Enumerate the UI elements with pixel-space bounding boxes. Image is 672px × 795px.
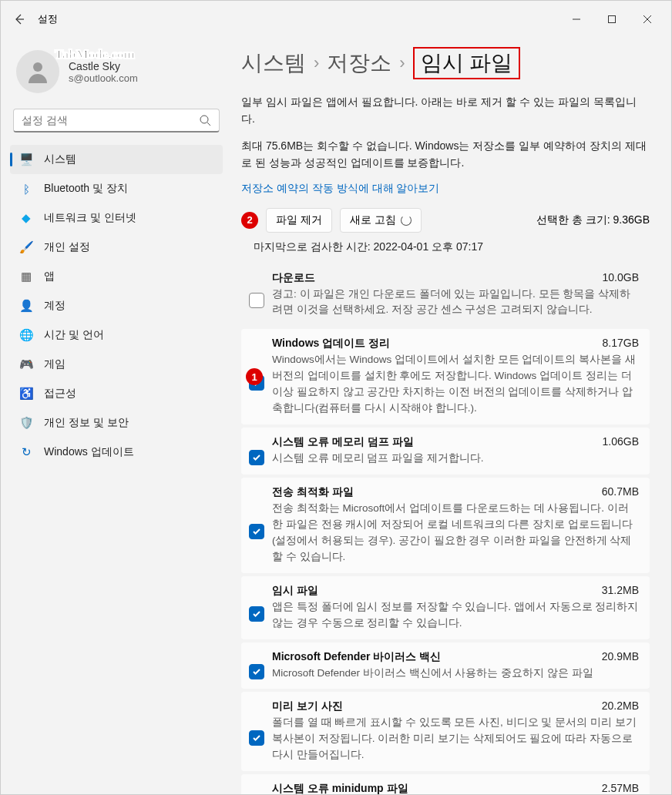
svg-line-6 — [207, 122, 210, 126]
back-button[interactable] — [7, 7, 32, 32]
file-size: 31.2MB — [602, 584, 639, 596]
nav-label: 개인 설정 — [44, 240, 90, 254]
learn-more-link[interactable]: 저장소 예약의 작동 방식에 대해 알아보기 — [241, 182, 439, 196]
file-checkbox[interactable] — [249, 524, 264, 539]
file-title: 다운로드 — [272, 271, 315, 285]
file-title: 시스템 오류 minidump 파일 — [272, 782, 408, 794]
file-item: 시스템 오류 minidump 파일2.57MB시스템 오류 minidump … — [241, 774, 650, 794]
titlebar: 설정 — [1, 1, 671, 38]
nav-icon: 🎮 — [19, 357, 33, 371]
nav-icon: ♿ — [19, 387, 33, 401]
file-title: 미리 보기 사진 — [272, 699, 343, 713]
nav-icon: 🌐 — [19, 328, 33, 342]
file-title: 시스템 오류 메모리 덤프 파일 — [272, 435, 414, 449]
file-size: 20.2MB — [602, 699, 639, 712]
file-size: 1.06GB — [603, 435, 639, 448]
file-item: 미리 보기 사진20.2MB폴더를 열 때 빠르게 표시할 수 있도록 모든 사… — [241, 692, 650, 771]
search-box[interactable] — [13, 109, 220, 132]
file-item: 시스템 오류 메모리 덤프 파일1.06GB시스템 오류 메모리 덤프 파일을 … — [241, 428, 650, 475]
file-checkbox[interactable] — [249, 293, 264, 308]
nav-icon: 🖌️ — [19, 240, 33, 254]
file-title: 전송 최적화 파일 — [272, 485, 354, 499]
file-size: 60.7MB — [602, 485, 639, 498]
nav-label: 게임 — [44, 357, 66, 371]
nav-icon: 🖥️ — [19, 153, 33, 166]
chevron-right-icon: › — [314, 53, 319, 73]
refresh-button[interactable]: 새로 고침 — [340, 208, 422, 233]
search-icon — [199, 114, 211, 126]
sidebar-item[interactable]: 👤계정 — [10, 291, 223, 320]
nav-label: 시간 및 언어 — [44, 328, 104, 342]
file-item: 다운로드10.0GB경고: 이 파일은 개인 다운로드 폴더에 있는 파일입니다… — [241, 263, 650, 327]
description-1: 일부 임시 파일은 앱에서 필요합니다. 아래는 바로 제거 할 수 있는 파일… — [241, 93, 650, 128]
nav-list: 🖥️시스템ᛒBluetooth 및 장치◆네트워크 및 인터넷🖌️개인 설정▦앱… — [10, 145, 223, 467]
nav-label: 앱 — [44, 270, 55, 283]
breadcrumb-storage[interactable]: 저장소 — [327, 49, 391, 78]
file-checkbox[interactable] — [249, 730, 264, 746]
close-button[interactable] — [630, 7, 665, 32]
file-description: 앱은 특정 폴더에 임시 정보를 저장할 수 있습니다. 앱에서 자동으로 정리… — [272, 599, 639, 632]
nav-label: Bluetooth 및 장치 — [44, 182, 128, 196]
profile[interactable]: Castle Sky s@outlook.com TabMode.com — [10, 44, 223, 99]
remove-files-button[interactable]: 파일 제거 — [266, 208, 332, 233]
app-title: 설정 — [38, 12, 58, 26]
action-row: 2 파일 제거 새로 고침 선택한 총 크기: 9.36GB — [241, 208, 650, 233]
avatar — [16, 50, 59, 93]
file-item: Microsoft Defender 바이러스 백신20.9MBMicrosof… — [241, 642, 650, 689]
file-size: 20.9MB — [602, 650, 639, 662]
nav-icon: 🛡️ — [19, 416, 33, 430]
sidebar-item[interactable]: ◆네트워크 및 인터넷 — [10, 203, 223, 233]
nav-label: 개인 정보 및 보안 — [44, 416, 129, 430]
breadcrumb-system[interactable]: 시스템 — [241, 49, 306, 78]
file-item: 1Windows 업데이트 정리8.17GBWindows에서는 Windows… — [241, 329, 650, 424]
sidebar-item[interactable]: ▦앱 — [10, 262, 223, 291]
close-icon — [643, 15, 652, 24]
chevron-right-icon: › — [399, 53, 405, 73]
svg-point-4 — [33, 62, 42, 72]
breadcrumb-current: 임시 파일 — [413, 47, 521, 79]
file-size: 2.57MB — [602, 782, 639, 794]
nav-icon: ᛒ — [19, 182, 33, 196]
svg-rect-1 — [609, 16, 616, 23]
sidebar-item[interactable]: ᛒBluetooth 및 장치 — [10, 174, 223, 203]
nav-icon: ↻ — [19, 445, 33, 459]
sidebar: Castle Sky s@outlook.com TabMode.com 🖥️시… — [1, 38, 232, 794]
file-list: 다운로드10.0GB경고: 이 파일은 개인 다운로드 폴더에 있는 파일입니다… — [241, 263, 650, 794]
file-description: 경고: 이 파일은 개인 다운로드 폴더에 있는 파일입니다. 모든 항목을 삭… — [272, 287, 639, 319]
maximize-button[interactable] — [594, 7, 630, 32]
file-description: 폴더를 열 때 빠르게 표시할 수 있도록 모든 사진, 비디오 및 문서의 미… — [272, 715, 639, 763]
sidebar-item[interactable]: 🖥️시스템 — [10, 145, 223, 174]
description-2: 최대 75.6MB는 회수할 수 없습니다. Windows는 저장소를 일부 … — [241, 137, 650, 172]
file-description: Windows에서는 Windows 업데이트에서 설치한 모든 업데이트의 복… — [272, 352, 639, 417]
nav-icon: ◆ — [19, 211, 33, 225]
nav-label: 접근성 — [44, 387, 76, 401]
annotation-badge-2: 2 — [241, 212, 258, 229]
file-checkbox[interactable] — [249, 450, 264, 465]
file-size: 8.17GB — [603, 337, 639, 349]
sidebar-item[interactable]: 🌐시간 및 언어 — [10, 320, 223, 350]
sidebar-item[interactable]: ♿접근성 — [10, 379, 223, 408]
search-input[interactable] — [22, 114, 199, 126]
file-size: 10.0GB — [603, 271, 639, 283]
nav-label: 네트워크 및 인터넷 — [44, 211, 136, 225]
main-content: 시스템 › 저장소 › 임시 파일 일부 임시 파일은 앱에서 필요합니다. 아… — [232, 38, 671, 794]
nav-label: 시스템 — [44, 153, 76, 166]
last-scan-time: 마지막으로 검사한 시간: 2022-04-01 오후 07:17 — [254, 240, 650, 254]
minimize-icon — [572, 15, 581, 24]
nav-icon: ▦ — [19, 270, 33, 283]
file-item: 임시 파일31.2MB앱은 특정 폴더에 임시 정보를 저장할 수 있습니다. … — [241, 576, 650, 639]
sidebar-item[interactable]: 🛡️개인 정보 및 보안 — [10, 408, 223, 438]
file-item: 전송 최적화 파일60.7MB전송 최적화는 Microsoft에서 업데이트를… — [241, 478, 650, 573]
person-icon — [24, 58, 52, 86]
file-title: Windows 업데이트 정리 — [272, 337, 390, 351]
refresh-icon — [401, 215, 412, 226]
file-checkbox[interactable] — [249, 606, 264, 622]
sidebar-item[interactable]: ↻Windows 업데이트 — [10, 438, 223, 467]
file-checkbox[interactable] — [249, 664, 264, 679]
profile-email: s@outlook.com — [69, 72, 138, 84]
minimize-button[interactable] — [559, 7, 594, 32]
file-description: 시스템 오류 메모리 덤프 파일을 제거합니다. — [272, 451, 639, 467]
sidebar-item[interactable]: 🖌️개인 설정 — [10, 233, 223, 262]
sidebar-item[interactable]: 🎮게임 — [10, 350, 223, 379]
svg-point-5 — [200, 116, 208, 123]
